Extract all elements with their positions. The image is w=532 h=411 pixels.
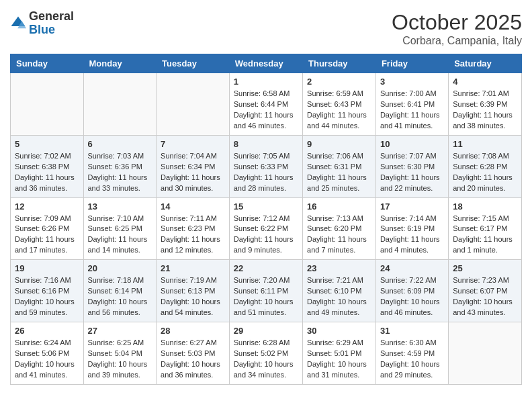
day-info: Sunrise: 7:18 AM Sunset: 6:14 PM Dayligh… bbox=[88, 275, 152, 318]
calendar-cell bbox=[157, 73, 230, 136]
day-info: Sunrise: 7:05 AM Sunset: 6:33 PM Dayligh… bbox=[234, 151, 298, 194]
day-number: 18 bbox=[453, 201, 517, 212]
calendar-week-row: 12Sunrise: 7:09 AM Sunset: 6:26 PM Dayli… bbox=[11, 197, 522, 260]
calendar-cell: 7Sunrise: 7:04 AM Sunset: 6:34 PM Daylig… bbox=[157, 135, 230, 197]
calendar-cell: 18Sunrise: 7:15 AM Sunset: 6:17 PM Dayli… bbox=[449, 197, 522, 260]
day-info: Sunrise: 7:13 AM Sunset: 6:20 PM Dayligh… bbox=[307, 214, 371, 257]
day-number: 20 bbox=[88, 263, 152, 273]
calendar-cell: 2Sunrise: 6:59 AM Sunset: 6:43 PM Daylig… bbox=[303, 73, 376, 136]
day-info: Sunrise: 7:00 AM Sunset: 6:41 PM Dayligh… bbox=[380, 89, 444, 132]
calendar-table: SundayMondayTuesdayWednesdayThursdayFrid… bbox=[10, 54, 522, 385]
calendar-cell: 21Sunrise: 7:19 AM Sunset: 6:13 PM Dayli… bbox=[157, 260, 230, 322]
calendar-cell: 8Sunrise: 7:05 AM Sunset: 6:33 PM Daylig… bbox=[229, 135, 302, 197]
day-number: 27 bbox=[88, 326, 152, 336]
day-info: Sunrise: 7:01 AM Sunset: 6:39 PM Dayligh… bbox=[453, 89, 517, 132]
day-number: 7 bbox=[161, 139, 225, 149]
calendar-cell: 31Sunrise: 6:30 AM Sunset: 4:59 PM Dayli… bbox=[375, 322, 448, 385]
calendar-week-row: 5Sunrise: 7:02 AM Sunset: 6:38 PM Daylig… bbox=[11, 135, 522, 197]
calendar-week-row: 19Sunrise: 7:16 AM Sunset: 6:16 PM Dayli… bbox=[11, 260, 522, 322]
day-number: 13 bbox=[88, 201, 152, 212]
day-header-wednesday: Wednesday bbox=[229, 54, 302, 73]
day-number: 16 bbox=[307, 201, 371, 212]
calendar-cell: 16Sunrise: 7:13 AM Sunset: 6:20 PM Dayli… bbox=[303, 197, 376, 260]
day-info: Sunrise: 7:20 AM Sunset: 6:11 PM Dayligh… bbox=[234, 275, 298, 318]
calendar-cell: 5Sunrise: 7:02 AM Sunset: 6:38 PM Daylig… bbox=[11, 135, 84, 197]
day-number: 11 bbox=[453, 139, 517, 149]
day-info: Sunrise: 6:25 AM Sunset: 5:04 PM Dayligh… bbox=[88, 338, 152, 381]
day-number: 3 bbox=[380, 77, 444, 87]
day-info: Sunrise: 7:22 AM Sunset: 6:09 PM Dayligh… bbox=[380, 275, 444, 318]
calendar-week-row: 1Sunrise: 6:58 AM Sunset: 6:44 PM Daylig… bbox=[11, 73, 522, 136]
location-title: Corbara, Campania, Italy bbox=[392, 35, 522, 47]
day-header-tuesday: Tuesday bbox=[157, 54, 230, 73]
logo-icon bbox=[10, 15, 26, 32]
calendar-cell: 22Sunrise: 7:20 AM Sunset: 6:11 PM Dayli… bbox=[229, 260, 302, 322]
calendar-cell: 6Sunrise: 7:03 AM Sunset: 6:36 PM Daylig… bbox=[83, 135, 157, 197]
day-info: Sunrise: 7:03 AM Sunset: 6:36 PM Dayligh… bbox=[88, 151, 152, 194]
day-number: 14 bbox=[161, 201, 225, 212]
calendar-cell: 29Sunrise: 6:28 AM Sunset: 5:02 PM Dayli… bbox=[229, 322, 302, 385]
day-number: 30 bbox=[307, 326, 371, 336]
day-number: 2 bbox=[307, 77, 371, 87]
calendar-cell: 25Sunrise: 7:23 AM Sunset: 6:07 PM Dayli… bbox=[449, 260, 522, 322]
day-number: 28 bbox=[161, 326, 225, 336]
calendar-cell: 17Sunrise: 7:14 AM Sunset: 6:19 PM Dayli… bbox=[375, 197, 448, 260]
calendar-cell: 27Sunrise: 6:25 AM Sunset: 5:04 PM Dayli… bbox=[83, 322, 157, 385]
day-info: Sunrise: 7:06 AM Sunset: 6:31 PM Dayligh… bbox=[307, 151, 371, 194]
day-number: 8 bbox=[234, 139, 298, 149]
day-info: Sunrise: 7:23 AM Sunset: 6:07 PM Dayligh… bbox=[453, 275, 517, 318]
day-number: 26 bbox=[15, 326, 79, 336]
calendar-cell bbox=[449, 322, 522, 385]
day-info: Sunrise: 7:09 AM Sunset: 6:26 PM Dayligh… bbox=[15, 214, 79, 257]
day-number: 9 bbox=[307, 139, 371, 149]
day-number: 5 bbox=[15, 139, 79, 149]
logo-text: General Blue bbox=[29, 10, 74, 37]
logo: General Blue bbox=[10, 10, 74, 37]
day-number: 4 bbox=[453, 77, 517, 87]
day-info: Sunrise: 7:14 AM Sunset: 6:19 PM Dayligh… bbox=[380, 214, 444, 257]
day-header-sunday: Sunday bbox=[11, 54, 84, 73]
day-info: Sunrise: 7:16 AM Sunset: 6:16 PM Dayligh… bbox=[15, 275, 79, 318]
calendar-cell: 4Sunrise: 7:01 AM Sunset: 6:39 PM Daylig… bbox=[449, 73, 522, 136]
day-info: Sunrise: 6:24 AM Sunset: 5:06 PM Dayligh… bbox=[15, 338, 79, 381]
day-number: 10 bbox=[380, 139, 444, 149]
day-number: 25 bbox=[453, 263, 517, 273]
calendar-week-row: 26Sunrise: 6:24 AM Sunset: 5:06 PM Dayli… bbox=[11, 322, 522, 385]
day-info: Sunrise: 7:15 AM Sunset: 6:17 PM Dayligh… bbox=[453, 214, 517, 257]
day-number: 23 bbox=[307, 263, 371, 273]
calendar-cell: 11Sunrise: 7:08 AM Sunset: 6:28 PM Dayli… bbox=[449, 135, 522, 197]
calendar-cell: 12Sunrise: 7:09 AM Sunset: 6:26 PM Dayli… bbox=[11, 197, 84, 260]
calendar-cell: 13Sunrise: 7:10 AM Sunset: 6:25 PM Dayli… bbox=[83, 197, 157, 260]
day-number: 1 bbox=[234, 77, 298, 87]
day-number: 29 bbox=[234, 326, 298, 336]
day-info: Sunrise: 6:59 AM Sunset: 6:43 PM Dayligh… bbox=[307, 89, 371, 132]
day-number: 24 bbox=[380, 263, 444, 273]
day-number: 21 bbox=[161, 263, 225, 273]
calendar-cell: 26Sunrise: 6:24 AM Sunset: 5:06 PM Dayli… bbox=[11, 322, 84, 385]
day-info: Sunrise: 7:04 AM Sunset: 6:34 PM Dayligh… bbox=[161, 151, 225, 194]
calendar-cell: 20Sunrise: 7:18 AM Sunset: 6:14 PM Dayli… bbox=[83, 260, 157, 322]
day-number: 17 bbox=[380, 201, 444, 212]
day-header-monday: Monday bbox=[83, 54, 157, 73]
day-header-friday: Friday bbox=[375, 54, 448, 73]
calendar-cell: 14Sunrise: 7:11 AM Sunset: 6:23 PM Dayli… bbox=[157, 197, 230, 260]
day-info: Sunrise: 6:58 AM Sunset: 6:44 PM Dayligh… bbox=[234, 89, 298, 132]
title-block: October 2025 Corbara, Campania, Italy bbox=[392, 10, 522, 47]
day-info: Sunrise: 6:27 AM Sunset: 5:03 PM Dayligh… bbox=[161, 338, 225, 381]
day-info: Sunrise: 6:30 AM Sunset: 4:59 PM Dayligh… bbox=[380, 338, 444, 381]
day-info: Sunrise: 6:28 AM Sunset: 5:02 PM Dayligh… bbox=[234, 338, 298, 381]
calendar-header-row: SundayMondayTuesdayWednesdayThursdayFrid… bbox=[11, 54, 522, 73]
day-number: 22 bbox=[234, 263, 298, 273]
calendar-cell bbox=[11, 73, 84, 136]
day-header-saturday: Saturday bbox=[449, 54, 522, 73]
calendar-cell: 24Sunrise: 7:22 AM Sunset: 6:09 PM Dayli… bbox=[375, 260, 448, 322]
calendar-cell: 28Sunrise: 6:27 AM Sunset: 5:03 PM Dayli… bbox=[157, 322, 230, 385]
day-number: 15 bbox=[234, 201, 298, 212]
calendar-cell: 23Sunrise: 7:21 AM Sunset: 6:10 PM Dayli… bbox=[303, 260, 376, 322]
day-header-thursday: Thursday bbox=[303, 54, 376, 73]
day-number: 12 bbox=[15, 201, 79, 212]
day-info: Sunrise: 7:02 AM Sunset: 6:38 PM Dayligh… bbox=[15, 151, 79, 194]
day-number: 19 bbox=[15, 263, 79, 273]
page-header: General Blue October 2025 Corbara, Campa… bbox=[10, 10, 522, 47]
day-info: Sunrise: 7:12 AM Sunset: 6:22 PM Dayligh… bbox=[234, 214, 298, 257]
